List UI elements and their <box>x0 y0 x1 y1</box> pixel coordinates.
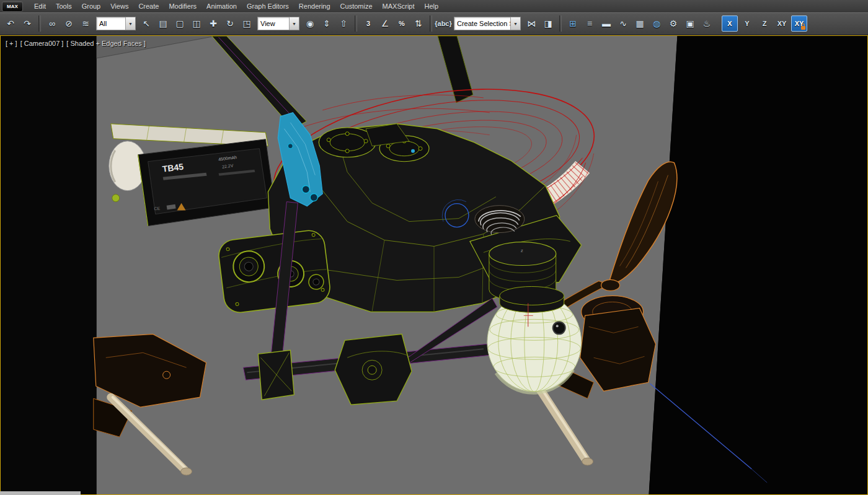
menu-item-customize[interactable]: Customize <box>335 1 378 11</box>
redo-button[interactable]: ↷ <box>19 15 35 32</box>
toolbar-separator <box>430 15 432 32</box>
toolbar-separator <box>38 15 41 32</box>
menu-item-modifiers[interactable]: Modifiers <box>164 1 202 11</box>
screen-edge-strip <box>0 491 81 495</box>
main-toolbar: ↶ ↷ ∞ ⊘ ≋ All ▼ ↖ ▤ ▢ ◫ ✚ ↻ ◳ View ▼ ◉ ⇕… <box>0 12 868 35</box>
rendered-frame-window-button[interactable]: ▣ <box>682 15 698 32</box>
reference-coordinate-dropdown[interactable]: View ▼ <box>257 17 299 30</box>
selection-lock-toggle[interactable]: XY <box>791 15 807 32</box>
menu-item-help[interactable]: Help <box>420 1 444 11</box>
selection-filter-dropdown[interactable]: All ▼ <box>96 17 136 30</box>
curve-editor-button[interactable]: ∿ <box>615 15 631 32</box>
keyboard-override-toggle[interactable]: ⇧ <box>335 15 352 32</box>
spinner-snap-button[interactable]: ⇅ <box>410 15 427 32</box>
viewport-canvas[interactable]: TB45 4500mAh 22.2V CE <box>1 36 867 494</box>
select-and-link-icon[interactable]: ∞ <box>44 15 60 32</box>
selection-filter-value: All <box>97 20 125 27</box>
restrict-x-button[interactable]: X <box>722 15 738 32</box>
menu-item-create[interactable]: Create <box>133 1 164 11</box>
angle-snap-button[interactable]: ∠ <box>377 15 393 32</box>
layer-explorer-toggle[interactable]: ≡ <box>582 15 598 32</box>
render-button[interactable]: ♨ <box>699 15 715 32</box>
select-object-button[interactable]: ↖ <box>138 15 154 32</box>
select-and-manipulate-button[interactable]: ⇕ <box>319 15 335 32</box>
named-selection-set-dropdown[interactable]: Create Selection Se ▼ <box>454 17 521 30</box>
chevron-down-icon[interactable]: ▼ <box>125 17 135 30</box>
scene-explorer-toggle[interactable]: ⊞ <box>565 15 581 32</box>
axis-constraints-group: X Y Z XY XY <box>722 15 807 32</box>
select-and-scale-button[interactable]: ◳ <box>239 15 255 32</box>
render-setup-button[interactable]: ⚙ <box>665 15 681 32</box>
application-menu-button[interactable]: MAX <box>2 1 23 12</box>
front-camera-unit[interactable] <box>217 229 332 314</box>
use-pivot-center-button[interactable]: ◉ <box>302 15 318 32</box>
restrict-z-button[interactable]: Z <box>756 15 773 32</box>
menu-item-rendering[interactable]: Rendering <box>294 1 335 11</box>
material-editor-button[interactable]: ◍ <box>649 15 665 32</box>
named-selection-set-value: Create Selection Se <box>454 20 510 27</box>
viewport-shading-menu[interactable]: [ Shaded + Edged Faces ] <box>66 40 146 47</box>
selection-region-button[interactable]: ▢ <box>172 15 188 32</box>
menu-item-edit[interactable]: Edit <box>29 1 51 11</box>
unlink-selection-icon[interactable]: ⊘ <box>61 15 77 32</box>
menu-item-group[interactable]: Group <box>77 1 106 11</box>
chevron-down-icon[interactable]: ▼ <box>510 17 520 30</box>
select-by-name-button[interactable]: ▤ <box>155 15 171 32</box>
snaps-toggle-button[interactable]: 3 <box>360 15 376 32</box>
percent-snap-button[interactable]: % <box>394 15 410 32</box>
select-and-rotate-button[interactable]: ↻ <box>222 15 238 32</box>
ribbon-toggle[interactable]: ▬ <box>598 15 614 32</box>
restrict-y-button[interactable]: Y <box>739 15 755 32</box>
toolbar-separator <box>559 15 562 32</box>
menu-item-animation[interactable]: Animation <box>202 1 242 11</box>
named-selection-sets-button[interactable]: {abc} <box>435 15 451 32</box>
align-button[interactable]: ◨ <box>540 15 556 32</box>
menu-item-maxscript[interactable]: MAXScript <box>378 1 420 11</box>
reference-coordinate-value: View <box>258 20 289 27</box>
restrict-xy-plane-button[interactable]: XY <box>774 15 790 32</box>
mirror-button[interactable]: ⋈ <box>523 15 539 32</box>
camera-viewport[interactable]: [ + ] [ Camera007 ] [ Shaded + Edged Fac… <box>0 35 868 495</box>
bind-to-spacewarp-icon[interactable]: ≋ <box>78 15 94 32</box>
battery-cert-text: CE <box>154 206 161 211</box>
window-crossing-toggle[interactable]: ◫ <box>188 15 205 32</box>
gimbal-lens <box>553 322 565 334</box>
chevron-down-icon[interactable]: ▼ <box>289 17 299 30</box>
select-and-move-button[interactable]: ✚ <box>205 15 221 32</box>
lock-icon <box>801 26 805 30</box>
undo-button[interactable]: ↶ <box>2 15 19 32</box>
schematic-view-button[interactable]: ▦ <box>632 15 648 32</box>
viewport-pov-menu[interactable]: [ Camera007 ] <box>20 40 64 47</box>
viewport-label: [ + ] [ Camera007 ] [ Shaded + Edged Fac… <box>6 40 146 47</box>
viewport-general-menu[interactable]: [ + ] <box>6 40 17 47</box>
gizmo-z-label: z <box>521 248 523 253</box>
menu-item-views[interactable]: Views <box>105 1 133 11</box>
menu-item-graph-editors[interactable]: Graph Editors <box>242 1 294 11</box>
toolbar-separator <box>355 15 357 32</box>
menu-item-tools[interactable]: Tools <box>51 1 77 11</box>
menu-bar: MAX Edit Tools Group Views Create Modifi… <box>0 0 868 13</box>
